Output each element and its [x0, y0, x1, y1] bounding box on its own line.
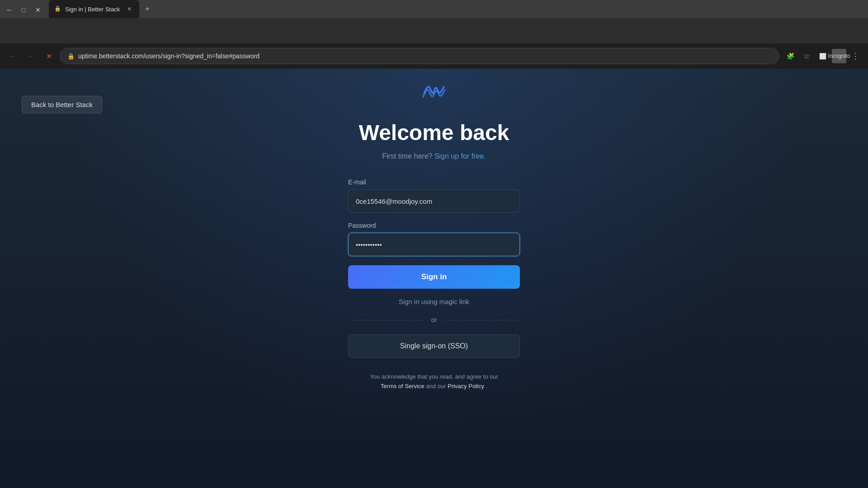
welcome-title: Welcome back	[359, 120, 509, 145]
new-tab-button[interactable]: +	[141, 3, 154, 15]
sso-button[interactable]: Single sign-on (SSO)	[348, 334, 520, 358]
minimize-button[interactable]: ─	[4, 5, 14, 15]
terms-text: You acknowledge that you read, and agree…	[370, 372, 498, 391]
back-nav-button[interactable]: ←	[5, 49, 20, 63]
terms-of-service-link[interactable]: Terms of Service	[381, 383, 425, 389]
signup-link[interactable]: Sign up for free.	[434, 152, 486, 160]
logo-container	[420, 78, 448, 102]
extensions-button[interactable]: 🧩	[783, 49, 797, 63]
sign-in-button[interactable]: Sign in	[348, 265, 520, 289]
nav-actions: 🧩 ☆ ⬜ Incognito ⋮	[783, 49, 863, 63]
navigation-bar: ← → ✕ 🔒 uptime.betterstack.com/users/sig…	[0, 43, 868, 69]
or-text: or	[431, 316, 437, 324]
close-button[interactable]: ✕	[33, 5, 43, 15]
magic-link-button[interactable]: Sign in using magic link	[399, 298, 470, 305]
subtitle: First time here? Sign up for free.	[382, 152, 486, 160]
browser-chrome: ─ □ ✕ 🔒 Sign in | Better Stack ✕ +	[0, 0, 868, 43]
active-tab[interactable]: 🔒 Sign in | Better Stack ✕	[49, 0, 139, 18]
maximize-button[interactable]: □	[18, 5, 29, 15]
tab-favicon: 🔒	[54, 5, 61, 13]
betterstack-logo	[420, 78, 448, 100]
lock-icon: 🔒	[67, 53, 75, 60]
or-divider: or	[348, 316, 520, 324]
terms-suffix: .	[486, 383, 488, 389]
email-field-group: E-mail	[348, 178, 520, 213]
privacy-policy-link[interactable]: Privacy Policy	[448, 383, 484, 389]
password-field-group: Password	[348, 222, 520, 256]
divider-left	[348, 320, 424, 320]
reload-button[interactable]: ✕	[42, 49, 56, 63]
profile-button[interactable]: Incognito	[832, 49, 846, 63]
address-bar[interactable]: 🔒 uptime.betterstack.com/users/sign-in?s…	[60, 48, 779, 64]
page-content: Back to Better Stack Welcome back First …	[0, 69, 868, 488]
tab-close-button[interactable]: ✕	[125, 5, 134, 14]
email-label: E-mail	[348, 178, 520, 186]
bookmark-button[interactable]: ☆	[799, 49, 814, 63]
email-input[interactable]	[348, 189, 520, 213]
password-label: Password	[348, 222, 520, 229]
back-to-better-stack-button[interactable]: Back to Better Stack	[22, 96, 102, 113]
divider-right	[444, 320, 520, 320]
and-text: and our	[426, 383, 446, 389]
terms-prefix: You acknowledge that you read, and agree…	[370, 373, 498, 380]
title-bar: ─ □ ✕ 🔒 Sign in | Better Stack ✕ +	[0, 0, 868, 18]
form-container: Welcome back First time here? Sign up fo…	[348, 120, 520, 391]
tab-title: Sign in | Better Stack	[65, 6, 121, 13]
subtitle-text: First time here?	[382, 152, 432, 160]
password-input[interactable]	[348, 233, 520, 256]
url-text: uptime.betterstack.com/users/sign-in?sig…	[78, 52, 772, 60]
menu-button[interactable]: ⋮	[848, 49, 863, 63]
tab-bar: ─ □ ✕ 🔒 Sign in | Better Stack ✕ +	[4, 0, 864, 18]
forward-nav-button[interactable]: →	[24, 49, 38, 63]
